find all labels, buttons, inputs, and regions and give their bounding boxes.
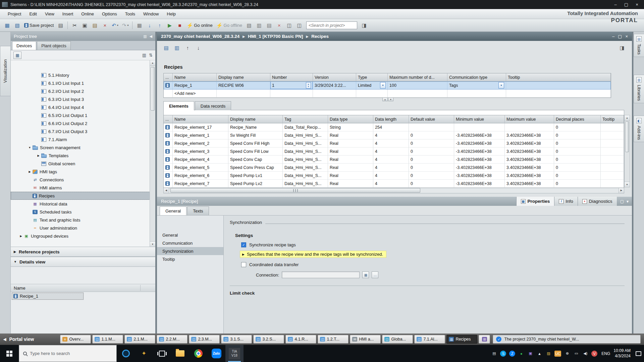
tree-item-7-1-alarm[interactable]: 7.1.Alarm xyxy=(11,135,155,143)
tree-item-6-3-i-o-list-input-3[interactable]: 6.3.I/O List Input 3 xyxy=(11,95,155,103)
import-icon[interactable]: ↓ xyxy=(194,43,203,52)
editor-button-7-1-al[interactable]: ◫7.1.Al... xyxy=(414,335,445,344)
recipe-row[interactable]: Recipe_1RECIPE W061▲▼3/29/2024 3:22...Li… xyxy=(164,81,611,89)
menu-insert[interactable]: Insert xyxy=(59,10,77,18)
print-preview-icon[interactable]: ▤ xyxy=(162,43,171,52)
cell-data-type[interactable]: Real xyxy=(328,164,373,172)
cell-maximum-value[interactable]: 3.402823466E+38 xyxy=(505,147,554,156)
tree-item-templates[interactable]: ▶Templates xyxy=(11,152,155,160)
column-header-name[interactable]: Name xyxy=(173,73,217,81)
editor-button-overv[interactable]: ≡Overv... xyxy=(60,335,91,344)
details-row-recipe-1[interactable]: Recipe_1 xyxy=(11,292,84,300)
cell-default-value[interactable]: 0 xyxy=(409,180,454,188)
start-runtime-icon[interactable]: ▶ xyxy=(165,21,174,30)
details-name-header[interactable]: Name xyxy=(11,284,155,292)
cell-tag[interactable]: Data_Total_Recip... xyxy=(283,123,328,131)
tab-devices[interactable]: Devices xyxy=(12,41,36,50)
cell-icon[interactable] xyxy=(164,164,173,172)
tree-item-6-2-i-o-list-input-2[interactable]: 6.2.I/O List Input 2 xyxy=(11,87,155,95)
file-explorer-taskbar-button[interactable] xyxy=(171,345,189,362)
accessible-devices-icon[interactable]: ▥ xyxy=(255,21,264,30)
cell-minimum-value[interactable]: -3.402823466E+38 xyxy=(454,131,505,139)
cross-reference-icon[interactable]: × xyxy=(275,21,284,30)
tree-item-historical-data[interactable]: ▦Historical data xyxy=(11,200,155,208)
maximize-button[interactable]: ▢ xyxy=(621,1,631,8)
editor-button-1-1-m[interactable]: ◫1.1.M... xyxy=(92,335,123,344)
cell-display-name[interactable]: Speed Pump Lv2 xyxy=(228,180,283,188)
cell-tooltip[interactable] xyxy=(601,180,624,188)
taskbar-clock[interactable]: 10:09 AM 4/3/2024 xyxy=(611,348,633,359)
touch-keyboard-icon[interactable]: ▤ xyxy=(491,351,497,357)
tree-item-text-and-graphic-lists[interactable]: ▤Text and graphic lists xyxy=(11,216,155,224)
editor-minimize-button[interactable]: – xyxy=(612,34,614,39)
cell-data-type[interactable]: Real xyxy=(328,139,373,147)
cell-default-value[interactable]: 0 xyxy=(409,172,454,180)
cell-communication-type[interactable]: Tags▼ xyxy=(447,81,506,89)
cell-tag[interactable]: Data_Hmi_Hmi_S... xyxy=(283,172,328,180)
breadcrumb-item-2[interactable]: Recipes xyxy=(311,34,329,39)
column-header-minimum-value[interactable]: Minimum value xyxy=(454,115,505,123)
dropdown-button[interactable]: ▼ xyxy=(380,82,386,88)
cell-icon[interactable] xyxy=(164,147,173,156)
redo-button[interactable]: ↷▾ xyxy=(121,21,130,30)
cell-icon[interactable] xyxy=(164,131,173,139)
cell-maximum-value[interactable]: 3.402823466E+38 xyxy=(505,172,554,180)
editor-button-2-1-m[interactable]: ◫2.1.M... xyxy=(124,335,155,344)
zalo-tray-icon[interactable]: Z xyxy=(509,351,515,357)
collapse-panel-icon[interactable]: ◀ xyxy=(150,34,152,39)
search-in-project-input[interactable]: <Search in project> xyxy=(306,21,357,29)
tree-item-global-screen[interactable]: Global screen xyxy=(11,160,155,168)
tree-item-5-1-history[interactable]: 5.1.History xyxy=(11,71,155,79)
cell-decimal-places[interactable]: 0 xyxy=(554,172,601,180)
element-row[interactable]: Recipe_element_3Speed Conv Fill LowData_… xyxy=(164,147,624,156)
spinner-down-icon[interactable]: ▼ xyxy=(308,85,309,87)
cell-icon[interactable] xyxy=(164,172,173,180)
menu-project[interactable]: Project xyxy=(4,10,25,18)
cell-data-type[interactable]: Real xyxy=(328,147,373,156)
column-header-version[interactable]: Version xyxy=(313,73,356,81)
column-header-communication-type[interactable]: Communication type xyxy=(447,73,506,81)
visualization-side-tab[interactable]: Visualization xyxy=(0,46,11,96)
cell-icon[interactable] xyxy=(164,123,173,131)
cell-default-value[interactable]: 0 xyxy=(409,147,454,156)
element-row[interactable]: Recipe_element_7Speed Pump Lv2Data_Hmi_H… xyxy=(164,180,624,188)
cell-display-name[interactable]: Speed Pump Lv1 xyxy=(228,172,283,180)
cell-maximum-value[interactable]: 3.402823466E+38 xyxy=(505,164,554,172)
scroll-right-icon[interactable]: ▶ xyxy=(619,188,624,193)
cell-tooltip[interactable] xyxy=(601,131,624,139)
download-to-device-icon[interactable]: ↓ xyxy=(145,21,154,30)
tree-item-connections[interactable]: ⇄Connections xyxy=(11,176,155,184)
cell-name[interactable]: Recipe_element_6 xyxy=(173,172,228,180)
cell-tag[interactable]: Data_Hmi_Hmi_S... xyxy=(283,156,328,164)
breadcrumb-item-0[interactable]: 2370_may chiet henkel_W06_28.3.24 xyxy=(161,34,239,39)
elements-vertical-scrollbar[interactable]: ▲ ▼ xyxy=(624,115,630,187)
scroll-down-icon[interactable]: ▼ xyxy=(625,182,630,187)
editor-button-2-2-m[interactable]: ◫2.2.M... xyxy=(157,335,187,344)
cell-data-type[interactable]: String xyxy=(328,123,373,131)
cell-decimal-places[interactable]: 0 xyxy=(554,164,601,172)
cell-name[interactable]: Recipe_element_3 xyxy=(173,147,228,156)
cell-tooltip[interactable] xyxy=(601,164,624,172)
reference-projects-section[interactable]: ▶ Reference projects xyxy=(11,247,155,257)
go-offline-button[interactable]: ⚡Go offline xyxy=(215,21,244,30)
editor-button-recipes[interactable]: ▥Recipes xyxy=(446,335,477,344)
column-header-icon[interactable]: ... xyxy=(164,115,173,123)
pane-splitter[interactable]: ▲ ▼ xyxy=(382,98,393,101)
element-row[interactable]: Recipe_element_5Speed Conv Press CapData… xyxy=(164,164,624,172)
cell-data-length[interactable]: 4 xyxy=(373,156,409,164)
column-header-data-length[interactable]: Data length xyxy=(373,115,409,123)
cell-maximum-value[interactable]: 3.402823466E+38 xyxy=(505,139,554,147)
cell-decimal-places[interactable]: 0 xyxy=(554,180,601,188)
cell-name[interactable]: Recipe_1 xyxy=(173,81,217,89)
editor-button-3-2-s[interactable]: ◫3.2.S... xyxy=(253,335,284,344)
tab-plant-objects[interactable]: Plant objects xyxy=(37,41,70,50)
cell-maximum-value[interactable] xyxy=(505,123,554,131)
stop-runtime-icon[interactable]: ■ xyxy=(175,21,184,30)
unikey-icon[interactable]: V xyxy=(591,351,597,357)
cell-decimal-places[interactable]: 0 xyxy=(554,156,601,164)
cell-data-type[interactable]: Real xyxy=(328,180,373,188)
start-center-button[interactable]: ⊞ xyxy=(479,335,490,344)
properties-nav-tooltip[interactable]: Tooltip xyxy=(157,255,223,263)
splitter-grip-icon[interactable] xyxy=(293,189,298,192)
splitter-up-icon[interactable]: ▲ xyxy=(382,98,388,101)
